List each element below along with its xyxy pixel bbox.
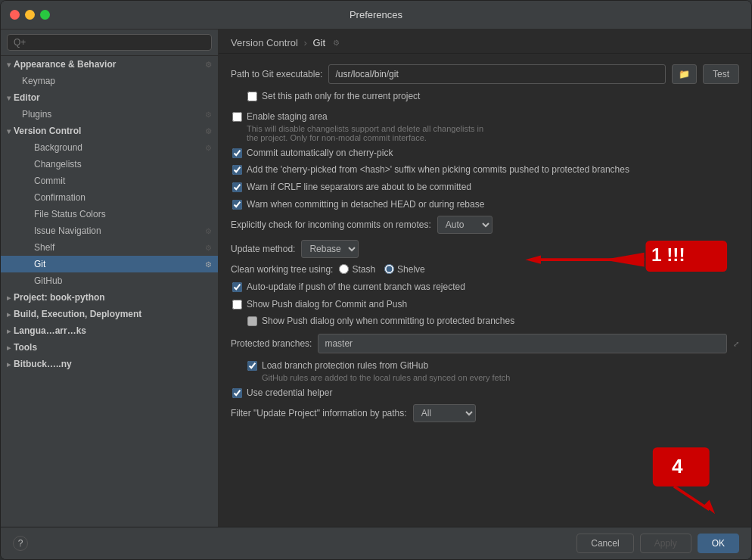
protected-label: Protected branches: (231, 338, 312, 349)
sidebar-search-input[interactable] (7, 34, 212, 51)
sidebar-item-plugins[interactable]: Plugins ⚙ (1, 106, 218, 123)
cancel-button[interactable]: Cancel (576, 534, 633, 553)
main-content: Version Control › Git ⚙ Path to Git exec… (219, 30, 751, 527)
path-input[interactable] (328, 64, 666, 84)
filter-select[interactable]: All Changed None (413, 404, 476, 422)
update-method-select[interactable]: Rebase Merge (301, 240, 359, 258)
staging-label: Enable staging area (247, 111, 328, 122)
show-push-protected-label: Show Push dialog only when committing to… (262, 315, 514, 328)
load-branch-row: Load branch protection rules from GitHub… (231, 359, 739, 382)
update-method-row: Update method: Rebase Merge (231, 240, 739, 258)
add-suffix-label: Add the 'cherry-picked from <hash>' suff… (247, 163, 629, 176)
load-branch-subtext: GitHub rules are added to the local rule… (262, 373, 510, 382)
credential-label: Use credential helper (247, 387, 332, 400)
window-controls (10, 10, 50, 20)
main-scroll[interactable]: Path to Git executable: 📁 Test Set this … (219, 54, 751, 527)
breadcrumb-separator: › (304, 37, 310, 48)
content-area: ▾Appearance & Behavior ⚙ Keymap ▾Editor … (1, 30, 751, 527)
ok-button[interactable]: OK (698, 534, 739, 553)
sidebar-item-issue-navigation[interactable]: Issue Navigation ⚙ (1, 222, 218, 239)
staging-row: Enable staging area This will disable ch… (231, 110, 739, 142)
staging-checkbox[interactable] (232, 112, 242, 122)
test-button[interactable]: Test (703, 64, 739, 84)
sidebar-item-background[interactable]: Background ⚙ (1, 139, 218, 156)
warn-detached-label: Warn when committing in detached HEAD or… (247, 198, 484, 211)
clean-tree-options: Stash Shelve (339, 264, 424, 275)
warn-crlf-label: Warn if CRLF line separators are about t… (247, 181, 471, 194)
show-push-label: Show Push dialog for Commit and Push (247, 298, 407, 311)
warn-detached-row: Warn when committing in detached HEAD or… (231, 198, 739, 211)
close-button[interactable] (10, 10, 20, 20)
protected-row: Protected branches: ⤢ (231, 334, 739, 353)
expand-icon[interactable]: ⤢ (733, 340, 739, 348)
clean-shelve-option[interactable]: Shelve (384, 264, 425, 275)
incoming-row: Explicitly check for incoming commits on… (231, 216, 739, 234)
show-push-protected-checkbox[interactable] (247, 316, 257, 326)
sidebar-item-version-control[interactable]: ▾Version Control ⚙ (1, 123, 218, 139)
sidebar-item-languages[interactable]: ▸Langua…arr…ks (1, 322, 218, 339)
auto-update-row: Auto-update if push of the current branc… (231, 281, 739, 294)
clean-shelve-label: Shelve (397, 264, 425, 275)
credential-checkbox[interactable] (232, 388, 242, 398)
staging-subtext: This will disable changelists support an… (247, 124, 483, 142)
minimize-button[interactable] (25, 10, 35, 20)
warn-crlf-row: Warn if CRLF line separators are about t… (231, 181, 739, 194)
show-push-protected-row: Show Push dialog only when committing to… (231, 315, 739, 328)
sidebar-item-appearance[interactable]: ▾Appearance & Behavior ⚙ (1, 56, 218, 73)
load-branch-checkbox[interactable] (247, 361, 257, 371)
sidebar-item-project[interactable]: ▸Project: book-python (1, 289, 218, 306)
set-path-label: Set this path only for the current proje… (262, 90, 420, 103)
set-path-checkbox[interactable] (247, 92, 257, 101)
main-header: Version Control › Git ⚙ (219, 30, 751, 54)
add-suffix-row: Add the 'cherry-picked from <hash>' suff… (231, 163, 739, 176)
help-button[interactable]: ? (13, 536, 28, 551)
path-browse-button[interactable]: 📁 (672, 64, 697, 84)
settings-icon-2: ⚙ (205, 110, 212, 119)
settings-icon-3: ⚙ (205, 127, 212, 135)
clean-tree-row: Clean working tree using: Stash Shelve (231, 264, 739, 275)
clean-stash-label: Stash (352, 264, 375, 275)
filter-row: Filter "Update Project" information by p… (231, 404, 739, 422)
window-title: Preferences (350, 9, 402, 20)
sidebar-item-build[interactable]: ▸Build, Execution, Deployment (1, 306, 218, 322)
breadcrumb: Version Control › Git (231, 37, 325, 48)
add-suffix-checkbox[interactable] (232, 165, 242, 175)
incoming-select[interactable]: Auto Always Never (437, 216, 493, 234)
settings-icon: ⚙ (205, 61, 212, 69)
clean-stash-option[interactable]: Stash (339, 264, 375, 275)
sidebar-item-commit[interactable]: Commit (1, 173, 218, 189)
apply-button[interactable]: Apply (640, 534, 691, 553)
maximize-button[interactable] (40, 10, 50, 20)
sidebar-item-editor[interactable]: ▾Editor (1, 89, 218, 106)
main-area: Version Control › Git ⚙ Path to Git exec… (219, 30, 751, 527)
preferences-window: Preferences ▾Appearance & Behavior ⚙ Key… (0, 0, 752, 560)
path-row: Path to Git executable: 📁 Test (231, 64, 739, 84)
settings-icon-4: ⚙ (205, 144, 212, 152)
sidebar-item-git[interactable]: Git ⚙ (1, 256, 218, 272)
warn-crlf-checkbox[interactable] (232, 182, 242, 192)
sidebar-item-changelists[interactable]: Changelists (1, 156, 218, 173)
sidebar-item-confirmation[interactable]: Confirmation (1, 189, 218, 206)
footer-buttons: Cancel Apply OK (576, 534, 739, 553)
warn-detached-checkbox[interactable] (232, 200, 242, 210)
incoming-label: Explicitly check for incoming commits on… (231, 219, 431, 230)
sidebar-item-tools[interactable]: ▸Tools (1, 339, 218, 356)
breadcrumb-part2: Git (312, 37, 325, 48)
sidebar-item-keymap[interactable]: Keymap (1, 73, 218, 89)
update-method-label: Update method: (231, 244, 295, 254)
protected-input[interactable] (318, 334, 727, 353)
sidebar-item-shelf[interactable]: Shelf ⚙ (1, 239, 218, 256)
show-push-checkbox[interactable] (232, 300, 242, 310)
credential-row: Use credential helper (231, 387, 739, 400)
breadcrumb-settings-icon: ⚙ (333, 39, 340, 47)
settings-icon-5: ⚙ (205, 227, 212, 235)
sidebar-item-bitbucket[interactable]: ▸Bitbuck…..ny (1, 356, 218, 372)
breadcrumb-part1: Version Control (231, 37, 298, 48)
auto-update-checkbox[interactable] (232, 282, 242, 292)
clean-tree-label: Clean working tree using: (231, 264, 333, 275)
sidebar-item-github[interactable]: GitHub (1, 272, 218, 289)
commit-cherry-pick-checkbox[interactable] (232, 148, 242, 158)
title-bar: Preferences (1, 1, 751, 30)
path-label: Path to Git executable: (231, 69, 322, 79)
sidebar-item-file-status-colors[interactable]: File Status Colors (1, 206, 218, 222)
